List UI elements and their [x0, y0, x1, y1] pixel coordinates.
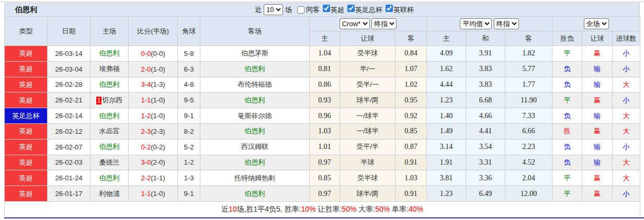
avg-home-value: 4.09 — [427, 46, 466, 62]
result-handicap-value: 输 — [582, 61, 613, 77]
match-date: 26-02-07 — [48, 139, 91, 155]
avg-away-value: 2.23 — [505, 139, 552, 155]
odds-home-value: 1.03 — [310, 123, 340, 139]
league-badge[interactable]: 英超 — [5, 92, 48, 108]
efl-cup-checkbox[interactable] — [386, 5, 393, 12]
odds-home-value: 1.01 — [310, 139, 340, 155]
corner-score: 9-1 — [178, 108, 200, 124]
halftime-score: (1-0) — [151, 65, 165, 73]
home-team[interactable]: 伯恩利 — [91, 46, 129, 62]
home-team[interactable]: 桑德兰 — [91, 155, 129, 170]
match-count-select[interactable]: 10 — [264, 4, 283, 15]
league-badge[interactable]: 英超 — [5, 186, 48, 202]
away-team[interactable]: 伯恩利 — [200, 123, 310, 139]
avg-stage-select[interactable]: 终指 — [494, 18, 519, 29]
summary-stat-value: 10% — [301, 205, 316, 213]
col-result-handicap: 让球 — [582, 31, 613, 46]
fulltime-score: 1-2 — [141, 112, 151, 120]
table-row: 英超 26-02-07 伯恩利 0-2(0-2) 5-2 西汉姆联 1.01 受… — [5, 139, 640, 155]
league-badge[interactable]: 英超 — [5, 61, 48, 77]
same-venue-checkbox[interactable] — [297, 6, 304, 14]
league-badge[interactable]: 英足总杯 — [5, 108, 48, 124]
fulltime-score: 0-2 — [141, 143, 151, 151]
table-row: 英超 26-01-24 伯恩利 2-2(1-1) 1-3 托特纳姆热刺 0.85… — [5, 170, 640, 186]
avg-away-value: 4.52 — [505, 155, 552, 170]
summary-stat-value: 50% — [342, 205, 356, 213]
halftime-score: (1-3) — [151, 80, 165, 88]
odds-provider-select[interactable]: Crow* — [340, 18, 370, 29]
away-team[interactable]: 伯恩利 — [200, 186, 310, 202]
match-score: 2-2(1-1) — [129, 170, 178, 186]
odds-selects-cell: Crow* 终指 — [310, 17, 427, 31]
halftime-score: (1-0) — [151, 190, 165, 198]
home-team[interactable]: 水晶宫 — [91, 123, 129, 139]
home-team[interactable]: 伯恩利 — [91, 139, 129, 155]
fulltime-score: 2-3 — [141, 128, 151, 135]
odds-handicap-value: 半/一 — [340, 61, 396, 77]
league-filter-facup: 英足总杯 — [344, 5, 382, 15]
fulltime-score: 0-0 — [141, 50, 151, 57]
result-handicap-value: 输 — [582, 77, 613, 92]
avg-home-value: 1.40 — [427, 108, 466, 124]
fulltime-score: 3-0 — [141, 158, 151, 166]
result-outcome-value: 负 — [552, 108, 582, 124]
premier-league-label: 英超 — [331, 6, 344, 14]
odds-away-value: 0.84 — [396, 46, 427, 62]
result-goals-value: 小 — [613, 186, 640, 202]
match-score: 3-0(2-0) — [129, 155, 178, 170]
col-result-outcome: 胜负 — [552, 31, 582, 46]
avg-home-value: 4.44 — [427, 77, 466, 92]
summary-stat-value: 10 — [229, 205, 237, 213]
league-badge[interactable]: 英超 — [5, 123, 48, 139]
odds-handicap-value: 球半/两 — [340, 92, 396, 108]
avg-source-select[interactable]: 平均值 — [460, 18, 492, 29]
league-filter-premier: 英超 — [320, 5, 344, 15]
match-date: 26-02-03 — [48, 155, 91, 170]
avg-home-value: 3.81 — [427, 170, 466, 186]
result-outcome-value: 负 — [552, 155, 582, 170]
avg-home-value: 3.14 — [427, 139, 466, 155]
corner-score: 1-2 — [178, 155, 200, 170]
league-badge[interactable]: 英超 — [5, 170, 48, 186]
match-date: 26-02-28 — [48, 77, 91, 92]
away-team[interactable]: 伯恩利 — [200, 155, 310, 170]
result-outcome-value: 平 — [552, 92, 582, 108]
result-outcome-value: 负 — [552, 77, 582, 92]
result-outcome-value: 平 — [552, 46, 582, 62]
away-team[interactable]: 托特纳姆热刺 — [200, 170, 310, 186]
table-row: 英足总杯 26-02-14 伯恩利 1-2(1-0) 9-1 曼斯菲尔德 0.9… — [5, 108, 640, 124]
away-team[interactable]: 西汉姆联 — [200, 139, 310, 155]
premier-league-checkbox[interactable] — [323, 5, 330, 12]
away-team[interactable]: 布伦特福德 — [200, 77, 310, 92]
odds-away-value: 0.85 — [396, 123, 427, 139]
odds-handicap-value: 受平/半 — [340, 139, 396, 155]
home-team[interactable]: 1切尔西 — [91, 92, 129, 108]
odds-away-value: 0.87 — [396, 139, 427, 155]
match-date: 26-01-24 — [48, 170, 91, 186]
odds-away-value: 1.02 — [396, 77, 427, 92]
league-badge[interactable]: 英超 — [5, 139, 48, 155]
col-odds-handicap: 让球 — [340, 31, 396, 46]
period-select[interactable]: 全场 — [584, 18, 609, 29]
fa-cup-checkbox[interactable] — [347, 5, 355, 12]
odds-home-value: 0.93 — [310, 92, 340, 108]
odds-handicap-value: 一/球半 — [340, 108, 396, 124]
away-team[interactable]: 伯恩茅斯 — [200, 46, 310, 62]
away-team[interactable]: 伯恩利 — [200, 92, 310, 108]
league-badge[interactable]: 英超 — [5, 46, 48, 62]
result-goals-value: 大 — [613, 170, 640, 186]
home-team[interactable]: 伯恩利 — [91, 108, 129, 124]
home-team[interactable]: 伯恩利 — [91, 77, 129, 92]
away-team[interactable]: 伯恩利 — [200, 61, 310, 77]
league-badge[interactable]: 英超 — [5, 155, 48, 170]
avg-home-value: 1.62 — [427, 61, 466, 77]
match-date: 26-01-17 — [48, 186, 91, 202]
home-team[interactable]: 利物浦 — [91, 186, 129, 202]
home-team[interactable]: 埃弗顿 — [91, 61, 129, 77]
odds-stage-select[interactable]: 终指 — [371, 18, 397, 29]
avg-away-value: 1.77 — [505, 77, 552, 92]
league-badge[interactable]: 英超 — [5, 77, 48, 92]
summary-text: 单率: — [390, 205, 409, 213]
home-team[interactable]: 伯恩利 — [91, 170, 129, 186]
away-team[interactable]: 曼斯菲尔德 — [200, 108, 310, 124]
